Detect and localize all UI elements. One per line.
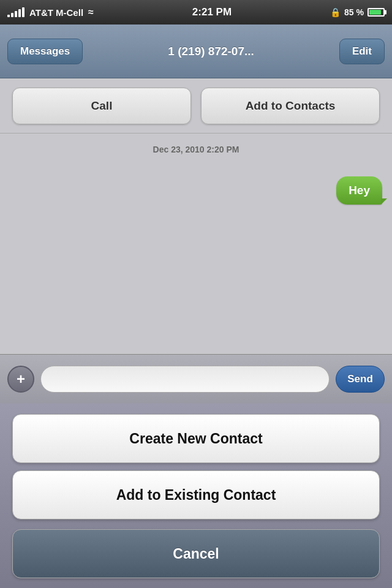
message-timestamp: Dec 23, 2010 2:20 PM (0, 145, 392, 154)
back-button[interactable]: Messages (7, 39, 83, 64)
nav-title: 1 (219) 872-07... (83, 45, 339, 58)
sent-message-bubble: Hey (336, 176, 382, 205)
action-sheet: Create New Contact Add to Existing Conta… (0, 404, 392, 588)
carrier-label: AT&T M-Cell (29, 7, 83, 18)
signal-bar-1 (7, 15, 10, 17)
input-area: + Send (0, 354, 392, 403)
signal-bar-5 (22, 7, 24, 17)
send-button[interactable]: Send (336, 366, 385, 393)
action-sheet-overlay: Create New Contact Add to Existing Conta… (0, 404, 392, 588)
action-buttons-bar: Call Add to Contacts (0, 78, 392, 134)
nav-bar: Messages 1 (219) 872-07... Edit (0, 24, 392, 78)
edit-button[interactable]: Edit (339, 39, 385, 64)
battery-fill (369, 10, 381, 15)
status-bar: AT&T M-Cell ≈ 2:21 PM 🔒 85 % (0, 0, 392, 24)
status-left: AT&T M-Cell ≈ (7, 7, 94, 18)
lock-icon: 🔒 (330, 7, 341, 17)
create-new-contact-button[interactable]: Create New Contact (12, 414, 380, 463)
add-to-contacts-button[interactable]: Add to Contacts (201, 88, 380, 124)
signal-bar-4 (18, 9, 21, 17)
battery-icon (368, 8, 385, 17)
battery-percent: 85 % (344, 7, 364, 17)
status-time: 2:21 PM (192, 6, 232, 18)
wifi-icon: ≈ (88, 7, 94, 18)
cancel-button[interactable]: Cancel (12, 529, 380, 578)
sent-message-container: Hey (336, 176, 382, 205)
add-existing-contact-button[interactable]: Add to Existing Contact (12, 470, 380, 519)
add-attachment-button[interactable]: + (7, 366, 34, 393)
signal-bar-2 (11, 13, 13, 17)
message-area: Dec 23, 2010 2:20 PM Hey (0, 134, 392, 354)
status-right: 🔒 85 % (330, 7, 385, 17)
signal-bars-icon (7, 7, 24, 17)
signal-bar-3 (15, 11, 17, 17)
message-input[interactable] (40, 366, 330, 393)
call-button[interactable]: Call (12, 88, 191, 124)
